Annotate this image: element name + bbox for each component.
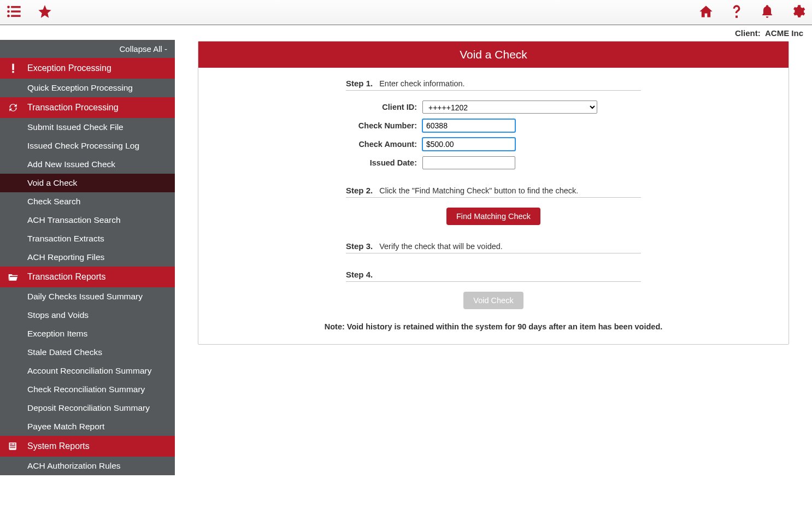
nav-item-ach-reporting-files[interactable]: ACH Reporting Files (0, 248, 175, 267)
newspaper-icon (8, 441, 19, 452)
main-content: Void a Check Step 1. Enter check informa… (175, 40, 812, 367)
check-amount-row: Check Amount: (346, 138, 641, 151)
notifications-bell-icon[interactable] (760, 4, 775, 21)
step-3-row: Step 3. Verify the check that will be vo… (346, 241, 641, 253)
folder-open-icon (8, 271, 19, 282)
step-1-row: Step 1. Enter check information. (346, 79, 641, 91)
svg-rect-5 (11, 15, 20, 17)
step-2-label: Step 2. (346, 186, 373, 195)
top-bar-right (698, 4, 805, 21)
step-4-row: Step 4. (346, 270, 641, 282)
nav-item-account-reconciliation-summary[interactable]: Account Reconciliation Summary (0, 362, 175, 380)
nav-item-ach-authorization-rules[interactable]: ACH Authorization Rules (0, 457, 175, 475)
step-1-label: Step 1. (346, 79, 373, 88)
help-icon[interactable] (729, 4, 744, 21)
step-2-row: Step 2. Click the "Find Matching Check" … (346, 186, 641, 198)
nav-header-system-reports[interactable]: System Reports (0, 436, 175, 457)
step-3: Step 3. Verify the check that will be vo… (346, 241, 641, 253)
client-label: Client: (735, 28, 761, 38)
nav-item-ach-transaction-search[interactable]: ACH Transaction Search (0, 211, 175, 229)
collapse-all-link[interactable]: Collapse All - (0, 40, 175, 58)
nav-item-payee-match-report[interactable]: Payee Match Report (0, 417, 175, 436)
nav-item-issued-check-processing-log[interactable]: Issued Check Processing Log (0, 137, 175, 155)
nav-item-transaction-extracts[interactable]: Transaction Extracts (0, 229, 175, 248)
nav-item-quick-exception-processing[interactable]: Quick Exception Processing (0, 79, 175, 97)
top-bar-left (7, 4, 52, 21)
top-bar (0, 0, 812, 25)
step-3-label: Step 3. (346, 241, 373, 251)
svg-point-0 (7, 6, 10, 9)
nav-item-exception-items[interactable]: Exception Items (0, 324, 175, 343)
find-matching-check-button[interactable]: Find Matching Check (446, 208, 540, 225)
nav-item-deposit-reconciliation-summary[interactable]: Deposit Reconciliation Summary (0, 399, 175, 417)
sidebar: Collapse All - Exception Processing Quic… (0, 40, 175, 475)
nav-item-daily-checks-issued-summary[interactable]: Daily Checks Issued Summary (0, 287, 175, 306)
step-2: Step 2. Click the "Find Matching Check" … (346, 186, 641, 225)
svg-point-4 (7, 15, 10, 17)
nav-item-submit-issued-check-file[interactable]: Submit Issued Check File (0, 118, 175, 137)
issued-date-row: Issued Date: (346, 156, 641, 169)
panel: Void a Check Step 1. Enter check informa… (198, 41, 789, 345)
nav-item-stale-dated-checks[interactable]: Stale Dated Checks (0, 343, 175, 362)
menu-icon[interactable] (7, 4, 22, 21)
client-id-label: Client ID: (346, 103, 417, 111)
client-id-select[interactable]: +++++1202 (422, 101, 597, 114)
nav-header-label: Transaction Processing (27, 103, 119, 112)
nav-header-exception-processing[interactable]: Exception Processing (0, 58, 175, 79)
check-number-row: Check Number: (346, 119, 641, 132)
step-4-label: Step 4. (346, 270, 373, 279)
svg-rect-6 (12, 64, 14, 70)
svg-rect-3 (11, 10, 20, 13)
void-check-button: Void Check (463, 292, 523, 309)
settings-gear-icon[interactable] (790, 4, 805, 21)
client-line: Client: ACME Inc (0, 25, 812, 40)
nav-item-stops-and-voids[interactable]: Stops and Voids (0, 306, 175, 324)
void-history-note: Note: Void history is retained within th… (217, 322, 770, 331)
refresh-icon (8, 102, 19, 113)
home-icon[interactable] (698, 4, 714, 21)
nav-header-label: Exception Processing (27, 63, 111, 73)
exclamation-icon (8, 63, 19, 74)
step-2-text: Click the "Find Matching Check" button t… (379, 186, 578, 195)
nav-header-label: Transaction Reports (27, 272, 105, 281)
nav-item-check-search[interactable]: Check Search (0, 192, 175, 211)
step-3-text: Verify the check that will be voided. (379, 242, 503, 251)
nav-header-label: System Reports (27, 441, 90, 451)
step-4: Step 4. Void Check (346, 270, 641, 309)
svg-rect-7 (12, 71, 14, 73)
issued-date-input[interactable] (422, 156, 515, 169)
nav-item-void-a-check[interactable]: Void a Check (0, 174, 175, 192)
check-number-label: Check Number: (346, 121, 417, 130)
check-number-input[interactable] (422, 119, 515, 132)
client-name: ACME Inc (765, 28, 803, 38)
step-1: Step 1. Enter check information. Client … (346, 79, 641, 169)
nav-item-add-new-issued-check[interactable]: Add New Issued Check (0, 155, 175, 174)
nav-item-check-reconciliation-summary[interactable]: Check Reconciliation Summary (0, 380, 175, 399)
page-title: Void a Check (198, 42, 789, 68)
favorite-star-icon[interactable] (37, 4, 52, 21)
step-1-text: Enter check information. (379, 79, 464, 88)
client-id-row: Client ID: +++++1202 (346, 101, 641, 114)
svg-point-2 (7, 10, 10, 13)
svg-rect-1 (11, 6, 20, 8)
nav-header-transaction-reports[interactable]: Transaction Reports (0, 267, 175, 287)
check-amount-label: Check Amount: (346, 140, 417, 149)
issued-date-label: Issued Date: (346, 158, 417, 167)
panel-body: Step 1. Enter check information. Client … (198, 68, 789, 344)
nav-header-transaction-processing[interactable]: Transaction Processing (0, 97, 175, 118)
layout: Collapse All - Exception Processing Quic… (0, 40, 812, 475)
check-amount-input[interactable] (422, 138, 515, 151)
